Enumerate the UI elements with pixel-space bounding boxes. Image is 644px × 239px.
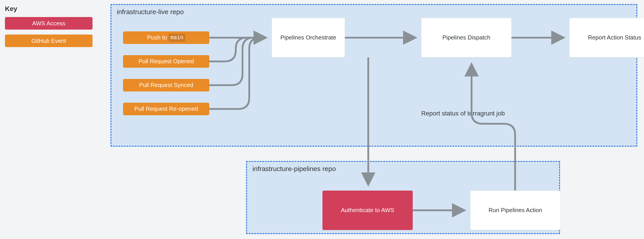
legend-title: Key [5, 5, 95, 12]
legend: Key AWS Access GitHub Event [5, 5, 95, 52]
legend-aws-access: AWS Access [5, 17, 92, 30]
repo-label-live: infrastructure-live repo [112, 5, 636, 19]
annotation-report-status: Report status of terragrunt job [421, 110, 505, 117]
event-pr-opened: Pull Request Opened [123, 55, 209, 68]
event-push-main: Push to main [123, 31, 209, 44]
repo-label-pipelines: infrastructure-pipelines repo [247, 162, 559, 176]
event-push-branch: main [169, 34, 185, 41]
node-pipelines-orchestrate: Pipelines Orchestrate [272, 18, 345, 57]
event-push-prefix: Push to [147, 34, 167, 41]
repo-container-live: infrastructure-live repo [110, 4, 637, 147]
node-run-pipelines-action: Run Pipelines Action [470, 191, 560, 230]
legend-github-event: GitHub Event [5, 34, 92, 47]
node-report-action-status: Report Action Status [570, 18, 644, 57]
node-authenticate-aws: Authenticate to AWS [322, 191, 413, 230]
event-pr-synced: Pull Request Synced [123, 79, 209, 91]
event-pr-reopened: Pull Request Re-opened [123, 103, 209, 115]
node-pipelines-dispatch: Pipelines Dispatch [421, 18, 512, 57]
